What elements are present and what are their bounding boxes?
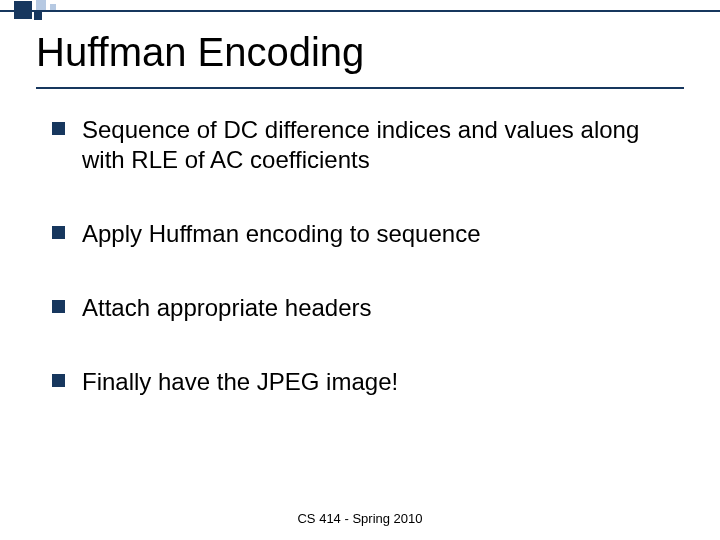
deco-square-icon: [36, 0, 46, 10]
bullet-text: Apply Huffman encoding to sequence: [82, 220, 481, 247]
top-rule: [0, 10, 720, 12]
corner-decoration: [0, 0, 720, 22]
deco-square-icon: [50, 4, 56, 10]
bullet-list: Sequence of DC difference indices and va…: [52, 115, 684, 397]
slide: Huffman Encoding Sequence of DC differen…: [0, 0, 720, 540]
square-bullet-icon: [52, 226, 65, 239]
list-item: Attach appropriate headers: [52, 293, 684, 323]
list-item: Apply Huffman encoding to sequence: [52, 219, 684, 249]
list-item: Finally have the JPEG image!: [52, 367, 684, 397]
deco-square-icon: [34, 12, 42, 20]
list-item: Sequence of DC difference indices and va…: [52, 115, 684, 175]
square-bullet-icon: [52, 122, 65, 135]
body-area: Sequence of DC difference indices and va…: [0, 89, 720, 540]
square-bullet-icon: [52, 300, 65, 313]
deco-square-icon: [14, 1, 32, 19]
slide-title: Huffman Encoding: [36, 30, 684, 75]
bullet-text: Attach appropriate headers: [82, 294, 372, 321]
bullet-text: Sequence of DC difference indices and va…: [82, 116, 639, 173]
footer-text: CS 414 - Spring 2010: [0, 511, 720, 526]
bullet-text: Finally have the JPEG image!: [82, 368, 398, 395]
title-area: Huffman Encoding: [0, 30, 720, 81]
square-bullet-icon: [52, 374, 65, 387]
